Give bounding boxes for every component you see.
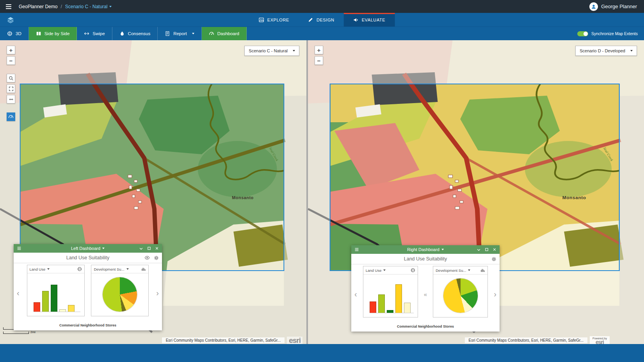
visibility-icon[interactable] (144, 255, 150, 260)
development-chart-select[interactable]: Development Su... (433, 266, 487, 275)
development-chart-select[interactable]: Development Su... (91, 265, 148, 273)
right-scenario-select[interactable]: Scenario D - Developed (575, 46, 637, 56)
chart-caption: Commercial Neighborhood Stores (14, 321, 162, 330)
left-dashboard-title-label: Left Dashboard (71, 246, 100, 251)
land-use-chart-select[interactable]: Land Use (363, 266, 418, 275)
collapse-cards-button[interactable]: « (423, 291, 428, 297)
swipe-icon (84, 31, 89, 36)
close-icon[interactable] (493, 248, 496, 251)
bar-chart-icon[interactable] (480, 268, 485, 273)
land-use-chart-label: Land Use (30, 267, 46, 271)
map-label-monsanto: Monsanto (232, 195, 254, 200)
next-chart-button[interactable]: › (155, 289, 160, 297)
tab-explore-label: EXPLORE (267, 18, 289, 22)
tool-swipe[interactable]: Swipe (77, 27, 112, 40)
zoom-out-button[interactable]: − (7, 56, 15, 65)
toggle-switch (577, 31, 588, 36)
chevron-down-icon (102, 248, 105, 249)
menu-icon[interactable] (5, 3, 14, 10)
tool-dashboard[interactable]: Dashboard (202, 27, 247, 40)
land-use-chart-select[interactable]: Land Use (27, 265, 84, 273)
tool-consensus[interactable]: Consensus (112, 27, 158, 40)
user-avatar-icon (589, 2, 598, 11)
left-dashboard-window[interactable]: Left Dashboard Land Use Suitability (14, 244, 162, 330)
zoom-in-button[interactable]: + (7, 46, 15, 54)
right-dashboard-charts: ‹ Land Use « Development Su... (351, 264, 500, 322)
left-dashboard-charts: ‹ Land Use Development Su... (14, 263, 162, 321)
globe-icon[interactable] (77, 267, 82, 271)
close-icon[interactable] (155, 246, 159, 250)
chevron-down-icon (192, 33, 194, 34)
tab-design-label: DESIGN (317, 18, 334, 22)
right-dashboard-window[interactable]: Right Dashboard Land Use Suitability (351, 245, 500, 332)
tab-design[interactable]: DESIGN (299, 13, 344, 27)
minimize-icon[interactable] (139, 246, 143, 251)
tool-side-by-side-label: Side by Side (44, 31, 70, 36)
gauge-icon (8, 114, 14, 119)
land-use-chart-label: Land Use (366, 268, 382, 273)
tool-3d[interactable]: 3D (0, 27, 29, 40)
left-dashboard-header[interactable]: Left Dashboard (14, 244, 162, 253)
development-pie-chart (103, 277, 137, 312)
right-dashboard-header[interactable]: Right Dashboard (351, 245, 500, 254)
chevron-down-icon (293, 50, 295, 52)
prev-chart-button[interactable]: ‹ (354, 290, 358, 298)
evaluate-toolbar: 3D Side by Side Swipe Consensus Report D… (0, 27, 644, 40)
settings-gear-icon[interactable] (491, 257, 496, 262)
tool-report-label: Report (173, 31, 187, 36)
layers-icon[interactable] (4, 13, 17, 27)
left-dashboard-subheader: Land Use Suitability (14, 253, 162, 263)
full-extent-button[interactable] (7, 84, 15, 93)
dashboard-toggle-button[interactable] (7, 112, 15, 121)
chevron-down-icon (383, 269, 386, 271)
left-scenario-select[interactable]: Scenario C - Natural (244, 46, 299, 56)
dashboard-menu-icon[interactable] (17, 246, 21, 250)
explore-icon (259, 17, 264, 23)
search-button[interactable] (7, 74, 15, 82)
measure-icon (9, 97, 14, 102)
development-chart-label: Development Su... (436, 268, 466, 273)
next-chart-button[interactable]: › (493, 290, 497, 298)
right-scenario-select-label: Scenario D - Developed (580, 48, 625, 53)
left-map-panel: Monsanto Seal Creek Scenario C - Natural… (0, 40, 306, 344)
top-header: GeoPlanner Demo / Scenario C - Natural G… (0, 0, 644, 13)
chevron-down-icon (468, 269, 470, 271)
tool-swipe-label: Swipe (93, 31, 105, 36)
right-dashboard-title[interactable]: Right Dashboard (407, 247, 444, 252)
right-dashboard-subheader: Land Use Suitability (351, 254, 500, 264)
zoom-in-button[interactable]: + (315, 46, 323, 54)
globe-icon[interactable] (411, 268, 415, 273)
mode-tabs: EXPLORE DESIGN EVALUATE (249, 13, 395, 27)
measure-button[interactable] (7, 95, 15, 103)
report-icon (165, 31, 170, 36)
map-comparison-area: Monsanto Seal Creek Scenario C - Natural… (0, 40, 644, 344)
zoom-out-button[interactable]: − (315, 56, 323, 65)
chevron-down-icon (47, 268, 50, 270)
tab-evaluate[interactable]: EVALUATE (344, 13, 395, 27)
prev-chart-button[interactable]: ‹ (16, 289, 20, 297)
tool-report[interactable]: Report (158, 27, 202, 40)
sync-extents-toggle[interactable]: Synchronize Map Extents (577, 27, 644, 40)
left-scenario-select-label: Scenario C - Natural (249, 48, 288, 53)
user-menu[interactable]: George Planner (589, 2, 637, 11)
right-map-panel: Monsanto Seal Creek Scenario D - Develop… (308, 40, 644, 344)
tool-side-by-side[interactable]: Side by Side (29, 27, 77, 40)
tab-explore[interactable]: EXPLORE (249, 13, 299, 27)
dashboard-menu-icon[interactable] (354, 248, 359, 251)
side-by-side-icon (36, 31, 41, 36)
maximize-icon[interactable] (147, 246, 151, 250)
bar-chart-icon[interactable] (141, 267, 146, 271)
land-use-bar-chart (370, 279, 414, 313)
land-use-chart-card: Land Use (363, 266, 418, 317)
settings-gear-icon[interactable] (154, 255, 159, 260)
map-label-monsanto: Monsanto (562, 195, 586, 200)
sync-extents-label: Synchronize Map Extents (591, 31, 638, 36)
left-dashboard-title[interactable]: Left Dashboard (71, 246, 105, 251)
minimize-icon[interactable] (477, 248, 481, 252)
chevron-down-icon (126, 268, 129, 270)
chevron-down-icon (109, 6, 112, 7)
maximize-icon[interactable] (485, 248, 489, 251)
development-chart-card: Development Su... (433, 266, 488, 317)
evaluate-icon (353, 17, 359, 23)
scenario-breadcrumb[interactable]: Scenario C - Natural (65, 4, 112, 9)
